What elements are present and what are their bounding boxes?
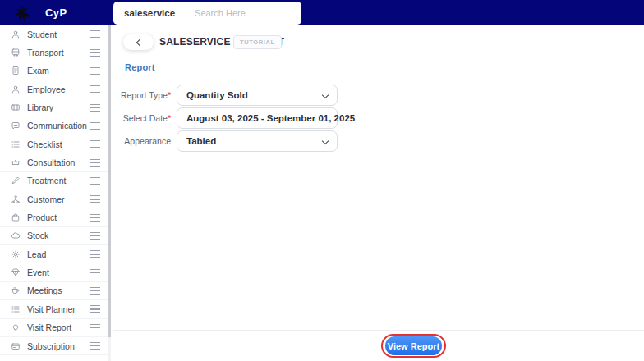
drag-handle-icon[interactable] [90,177,100,185]
sidebar-item-visit-report[interactable]: Visit Report [0,319,108,337]
main-content: SALESERVICE > REPORT TUTORIAL Report Rep… [113,25,644,361]
sidebar-item-treatment[interactable]: Treatment [0,172,108,190]
sidebar-item-checklist[interactable]: Checklist [0,135,108,153]
drag-handle-icon[interactable] [90,49,100,57]
top-header: CyP saleservice Search Here [0,0,644,25]
sidebar-item-customer[interactable]: Customer [0,190,108,208]
drag-handle-icon[interactable] [90,269,100,276]
gem-icon [10,267,21,278]
required-asterisk: * [168,90,171,100]
sidebar-item-label: Visit Planner [27,304,76,314]
person-icon [10,84,21,94]
report-type-value: Quantity Sold [186,90,248,100]
sidebar-item-label: Student [27,30,57,39]
sidebar-item-event[interactable]: Event [0,263,108,281]
sidebar-item-label: Transport [27,48,64,57]
chevron-down-icon [322,92,329,98]
drag-handle-icon[interactable] [90,104,100,112]
sidebar-item-consultation[interactable]: Consultation [0,153,108,171]
sidebar-item-student[interactable]: Student [0,25,108,43]
drag-handle-icon[interactable] [90,67,100,75]
select-date-label: Select Date* [113,113,171,123]
sidebar-item-label: Lead [27,249,46,259]
sidebar-item-label: Employee [27,85,66,94]
drag-handle-icon[interactable] [90,159,100,167]
bag-icon [10,212,21,223]
drag-handle-icon[interactable] [90,250,100,258]
sidebar-item-exam[interactable]: Exam [0,62,108,80]
sidebar-item-label: Customer [27,194,65,204]
sidebar-item-transport[interactable]: Transport [0,43,108,62]
sidebar-item-label: Communication [27,121,87,130]
tutorial-badge[interactable]: TUTORIAL [233,35,282,49]
hierarchy-icon [10,194,21,204]
drag-handle-icon[interactable] [90,85,100,93]
appearance-value: Tabled [186,136,216,146]
sidebar-item-subscription[interactable]: Subscription [0,337,108,355]
sidebar-item-product[interactable]: Product [0,208,108,226]
sidebar-item-label: Subscription [27,341,75,351]
chevron-down-icon [322,138,329,144]
required-asterisk: * [168,113,171,123]
search-input[interactable]: Search Here [195,8,246,18]
sidebar-item-label: Library [27,103,53,112]
list-icon [10,139,21,149]
drag-handle-icon[interactable] [90,140,100,148]
sidebar-item-employee[interactable]: Employee [0,80,108,98]
list-icon [10,304,21,314]
chat-icon [10,121,21,131]
sidebar-item-communication[interactable]: Communication [0,117,108,135]
drag-handle-icon[interactable] [90,195,100,203]
form-row-appearance: Appearance Tabled [113,130,338,152]
form-row-report-type: Report Type* Quantity Sold [113,85,338,106]
drag-handle-icon[interactable] [90,324,100,331]
book-icon [10,103,21,113]
sidebar-item-label: Consultation [27,158,75,167]
chevron-left-icon [136,39,142,45]
report-type-label: Report Type* [113,90,171,100]
panel-title: Report [125,62,155,72]
person-icon [10,29,21,39]
scrollbar-thumb[interactable] [108,25,111,337]
pen-icon [10,176,21,186]
search-bar[interactable]: saleservice Search Here [113,2,301,25]
sidebar-item-label: Product [27,212,57,222]
search-module-label: saleservice [124,8,175,18]
sidebar-item-label: Exam [27,66,49,75]
drag-handle-icon[interactable] [90,232,100,240]
sidebar-item-label: Visit Report [27,322,71,332]
sidebar-item-label: Checklist [27,139,62,149]
pinwheel-logo-icon[interactable] [13,3,33,23]
sidebar-item-stock[interactable]: Stock [0,227,108,245]
app-root: CyP saleservice Search Here Student Tran… [0,0,644,361]
sidebar-item-visit-planner[interactable]: Visit Planner [0,300,108,318]
sidebar-item-label: Event [27,267,49,277]
crown-icon [10,158,21,168]
divider [113,330,644,331]
drag-handle-icon[interactable] [90,122,100,130]
back-button[interactable] [123,34,154,50]
drag-handle-icon[interactable] [90,30,100,38]
drag-handle-icon[interactable] [90,287,100,295]
document-icon [10,66,21,76]
sidebar-item-library[interactable]: Library [0,98,108,117]
report-form: Report Type* Quantity Sold Select Date* … [113,85,338,153]
drag-handle-icon[interactable] [90,342,100,350]
appearance-label: Appearance [113,136,171,146]
sidebar-item-lead[interactable]: Lead [0,245,108,263]
sidebar-item-label: Treatment [27,176,66,185]
date-range-input[interactable]: August 03, 2025 - September 01, 2025 [177,107,338,129]
sun-icon [10,249,21,259]
sidebar-scrollbar[interactable] [108,25,111,361]
view-report-button[interactable]: View Report [385,336,442,355]
drag-handle-icon[interactable] [90,214,100,222]
divider [113,57,644,57]
report-type-select[interactable]: Quantity Sold [177,85,338,106]
date-range-value: August 03, 2025 - September 01, 2025 [186,113,355,123]
cloud-icon [10,231,21,241]
sidebar-item-meetings[interactable]: Meetings [0,282,108,300]
bulb-icon [10,322,21,333]
drag-handle-icon[interactable] [90,305,100,313]
coffee-icon [10,286,21,296]
appearance-select[interactable]: Tabled [177,130,338,152]
